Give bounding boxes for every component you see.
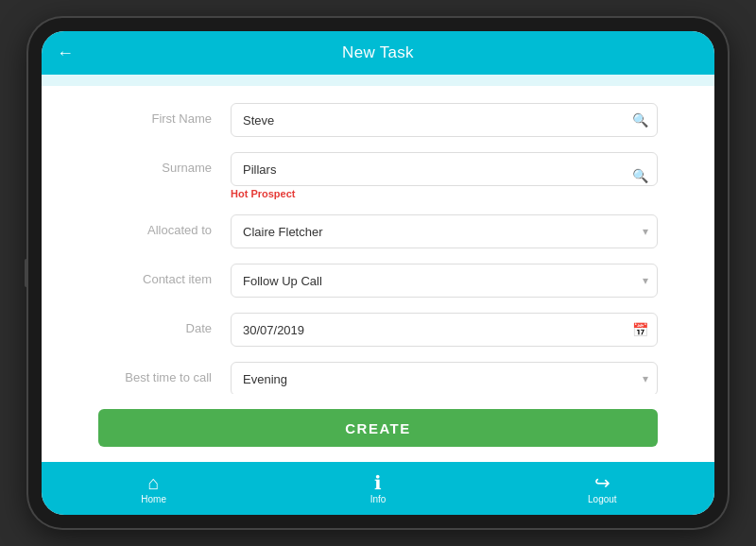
first-name-row: First Name 🔍: [98, 103, 658, 137]
best-time-row: Best time to call Evening ▾: [98, 362, 658, 394]
allocated-to-wrap: Claire Fletcher ▾: [231, 214, 658, 248]
date-wrap: 📅: [231, 313, 658, 347]
tablet-screen: ← New Task First Name 🔍 Surname 🔍: [42, 31, 714, 515]
nav-logout[interactable]: ↪ Logout: [574, 473, 630, 504]
best-time-select[interactable]: Evening: [231, 362, 658, 394]
create-button-wrap: CREATE: [42, 394, 714, 462]
first-name-label: First Name: [98, 103, 231, 126]
form-content: First Name 🔍 Surname 🔍 Hot Prospect Allo…: [42, 86, 714, 394]
surname-input[interactable]: [231, 152, 658, 186]
page-title: New Task: [342, 43, 414, 62]
tablet-frame: ← New Task First Name 🔍 Surname 🔍: [28, 18, 728, 528]
back-button[interactable]: ←: [57, 43, 74, 63]
bottom-nav: ⌂ Home ℹ Info ↪ Logout: [42, 462, 714, 515]
contact-item-wrap: Follow Up Call ▾: [231, 264, 658, 298]
surname-label: Surname: [98, 152, 231, 175]
contact-item-select[interactable]: Follow Up Call: [231, 264, 658, 298]
create-button[interactable]: CREATE: [98, 409, 658, 447]
date-row: Date 📅: [98, 313, 658, 347]
allocated-to-select[interactable]: Claire Fletcher: [231, 214, 658, 248]
surname-row: Surname 🔍 Hot Prospect: [98, 152, 658, 199]
hot-prospect-badge: Hot Prospect: [231, 188, 658, 199]
nav-info-label: Info: [370, 494, 387, 504]
header: ← New Task: [42, 31, 714, 75]
nav-home[interactable]: ⌂ Home: [126, 473, 182, 504]
contact-item-row: Contact item Follow Up Call ▾: [98, 264, 658, 298]
contact-item-label: Contact item: [98, 264, 231, 286]
best-time-wrap: Evening ▾: [231, 362, 658, 394]
logout-icon: ↪: [594, 473, 610, 492]
date-input[interactable]: [231, 313, 658, 347]
surname-wrap: 🔍 Hot Prospect: [231, 152, 658, 199]
date-label: Date: [98, 313, 231, 335]
first-name-wrap: 🔍: [231, 103, 658, 137]
nav-home-label: Home: [141, 494, 166, 504]
nav-info[interactable]: ℹ Info: [350, 473, 406, 504]
info-icon: ℹ: [374, 473, 382, 492]
nav-logout-label: Logout: [588, 494, 617, 504]
side-button: [25, 259, 28, 287]
sub-header-strip: [42, 75, 714, 86]
best-time-label: Best time to call: [98, 362, 231, 384]
home-icon: ⌂: [148, 473, 160, 492]
allocated-to-label: Allocated to: [98, 214, 231, 237]
first-name-input[interactable]: [231, 103, 658, 137]
allocated-to-row: Allocated to Claire Fletcher ▾: [98, 214, 658, 248]
